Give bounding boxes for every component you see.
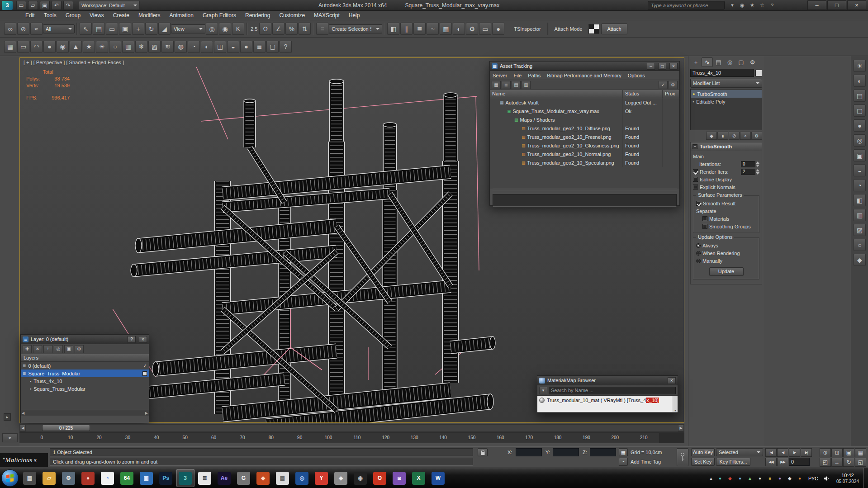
maximize-viewport-icon[interactable]: ◱ xyxy=(855,458,866,467)
menu-item[interactable]: Options xyxy=(628,73,645,78)
tray-icon-3[interactable]: ● xyxy=(735,474,745,483)
menu-item[interactable]: Views xyxy=(85,11,109,20)
close-button[interactable]: × xyxy=(139,336,147,343)
motion-tab[interactable]: ◎ xyxy=(724,57,735,67)
x-coordinate-field[interactable] xyxy=(516,448,542,456)
time-tag-icon[interactable]: ◔ xyxy=(619,458,628,466)
favorites-icon[interactable]: ☆ xyxy=(757,1,767,9)
select-and-manipulate-icon[interactable]: ◉ xyxy=(219,23,231,35)
workspace-dropdown[interactable]: Workspace: Default xyxy=(79,1,140,10)
document-app[interactable]: ▤ xyxy=(274,469,292,487)
add-time-tag-button[interactable]: Add Time Tag xyxy=(631,458,661,466)
red-app[interactable]: ● xyxy=(79,469,97,487)
population-icon[interactable]: ◒ xyxy=(227,41,239,53)
zoom-extents-all-icon[interactable]: ▦ xyxy=(855,448,866,457)
tray-chevron-icon[interactable]: ▲ xyxy=(707,476,715,481)
spray-particle-icon[interactable]: ▨ xyxy=(148,41,161,53)
object-name-field[interactable]: Truss_4x_10 xyxy=(690,69,754,77)
create-layer-icon[interactable]: ✚ xyxy=(23,345,32,353)
layers-header[interactable]: Layers xyxy=(21,354,149,362)
modifier-list-dropdown[interactable]: Modifier List xyxy=(690,79,762,88)
infocenter-search-input[interactable] xyxy=(648,1,725,9)
after-effects[interactable]: Ae xyxy=(215,469,233,487)
menu-item[interactable]: Server xyxy=(493,73,507,78)
autogrid-icon[interactable]: ▦ xyxy=(4,41,16,53)
tray-icon-6[interactable]: ■ xyxy=(765,474,775,483)
select-object-icon[interactable]: ↖ xyxy=(80,23,92,35)
tray-icon-4[interactable]: ▲ xyxy=(745,474,755,483)
layer-row-default[interactable]: ≣ 0 (default) ✓ xyxy=(21,362,149,370)
menu-item[interactable]: Paths xyxy=(528,73,541,78)
show-end-result-icon[interactable]: ∎ xyxy=(717,132,728,140)
named-selection-sets-dropdown[interactable]: Create Selection Se xyxy=(329,24,382,33)
selection-filter-dropdown[interactable]: All xyxy=(43,24,75,33)
named-selection-sets-icon[interactable]: ≡ xyxy=(316,23,328,35)
open-mini-curve-editor-button[interactable]: ≈ xyxy=(2,433,18,442)
splitter[interactable] xyxy=(493,189,677,191)
application-menu-button[interactable]: 3 xyxy=(2,1,13,10)
render-iters-spinner[interactable]: 2 xyxy=(741,169,759,175)
dock-clock-icon[interactable]: ◔ xyxy=(854,179,866,191)
materials-checkbox[interactable] xyxy=(702,216,707,221)
track-bar-ruler[interactable]: 0 10 20 30 40 50 60 70 80 90 100 110 120… xyxy=(19,432,684,443)
update-button[interactable]: Update xyxy=(709,267,744,276)
rollout-header[interactable]: − TurboSmooth xyxy=(691,142,762,151)
sign-in-icon[interactable]: ◉ xyxy=(737,1,747,9)
layer-manager-icon[interactable]: ≣ xyxy=(413,23,426,35)
asset-row[interactable]: ▦Autodesk Vault Logged Out ... xyxy=(490,98,679,107)
select-and-move-icon[interactable]: + xyxy=(132,23,144,35)
tray-icon-7[interactable]: ● xyxy=(775,474,785,483)
rendered-frame-icon[interactable]: ▭ xyxy=(479,23,491,35)
material-editor-icon[interactable]: ◐ xyxy=(453,23,465,35)
star-shape-icon[interactable]: ★ xyxy=(83,41,95,53)
scroll-left-icon[interactable]: ◀ xyxy=(22,411,24,415)
opera[interactable]: O xyxy=(371,469,389,487)
menu-item[interactable]: Modifiers xyxy=(134,11,165,20)
window-crossing-icon[interactable]: ▣ xyxy=(119,23,131,35)
camera-icon[interactable]: ◔ xyxy=(188,41,200,53)
time-slider-button[interactable]: 0 / 225 xyxy=(42,425,90,431)
viewport-label[interactable]: [ + ] [ Perspective ] [ Shaded + Edged F… xyxy=(24,60,124,65)
dock-contrast-icon[interactable]: ◐ xyxy=(854,75,866,87)
dock-window-icon[interactable]: ▢ xyxy=(854,104,866,117)
curve-editor-icon[interactable]: ~ xyxy=(427,23,439,35)
modify-tab[interactable]: ∿ xyxy=(702,57,713,67)
transform-mode-toggle[interactable]: ▦ xyxy=(619,448,628,456)
atk-grid-icon[interactable]: ▥ xyxy=(522,81,531,89)
material-browser-titlebar[interactable]: Material/Map Browser × xyxy=(537,376,678,385)
menu-item[interactable]: Create xyxy=(109,11,134,20)
set-key-button[interactable]: Set Key xyxy=(691,458,715,466)
close-button[interactable]: × xyxy=(668,377,676,384)
asset-row[interactable]: ▨Maps / Shaders xyxy=(490,115,679,124)
auto-key-button[interactable]: Auto Key xyxy=(691,448,715,456)
minimize-button[interactable]: – xyxy=(807,0,826,10)
schematic-view-icon[interactable]: ▦ xyxy=(440,23,452,35)
filter-funnel-icon[interactable]: ▼ xyxy=(539,387,547,394)
menu-item[interactable]: Animation xyxy=(165,11,198,20)
dock-panel-icon[interactable]: ▣ xyxy=(854,149,866,161)
sphere-primitive-icon[interactable]: ● xyxy=(43,41,56,53)
orange-app[interactable]: ◆ xyxy=(254,469,272,487)
reference-coordinate-dropdown[interactable]: View xyxy=(171,24,205,33)
dark-app[interactable]: ◉ xyxy=(351,469,370,487)
select-and-link-icon[interactable]: ∞ xyxy=(4,23,16,35)
asset-tracking-titlebar[interactable]: ▦ Asset Tracking – □ × xyxy=(490,62,679,71)
asset-row[interactable]: ▨Truss_modular_geo2_10_Fresnel.png Found xyxy=(490,133,679,141)
key-filters-button[interactable]: Key Filters... xyxy=(716,458,750,466)
displace-icon[interactable]: ◍ xyxy=(175,41,187,53)
atk-list-icon[interactable]: ≣ xyxy=(502,81,511,89)
tray-icon-9[interactable]: ● xyxy=(795,474,805,483)
menu-item[interactable]: Graph Editors xyxy=(198,11,241,20)
camera-app[interactable]: ◙ xyxy=(390,469,408,487)
column-name[interactable]: Name xyxy=(490,90,623,98)
tray-icon-8[interactable]: ◆ xyxy=(785,474,795,483)
atk-table-icon[interactable]: ▦ xyxy=(492,81,501,89)
column-status[interactable]: Status xyxy=(623,90,663,98)
hierarchy-tab[interactable]: ▤ xyxy=(713,57,724,67)
zoom-region-icon[interactable]: ◰ xyxy=(820,458,831,467)
close-button[interactable]: × xyxy=(669,63,678,70)
remove-modifier-icon[interactable]: × xyxy=(740,132,751,140)
zoom-icon[interactable]: ⊕ xyxy=(820,448,831,457)
time-slider-track[interactable]: 0 / 225 xyxy=(26,425,678,431)
select-in-layer-icon[interactable]: ◎ xyxy=(54,345,63,353)
